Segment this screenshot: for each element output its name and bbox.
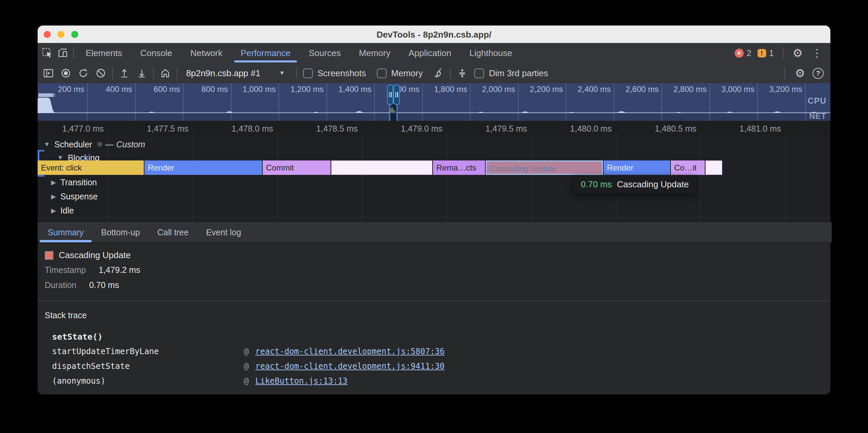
tab-performance[interactable]: Performance	[231, 43, 300, 63]
minimap-tick-label: 3,200 ms	[755, 85, 803, 94]
home-icon[interactable]	[157, 63, 174, 83]
viewport-right-edge[interactable]	[396, 103, 398, 121]
target-selector[interactable]: 8p2n9n.csb.app #1	[186, 68, 260, 78]
tab-sources[interactable]: Sources	[300, 43, 350, 63]
toggle-device-toolbar-icon[interactable]	[55, 43, 70, 63]
download-profile-icon[interactable]	[133, 63, 151, 83]
flame-event-bar[interactable]: Render	[603, 161, 670, 175]
flamechart-gridline	[362, 136, 363, 222]
minimap-tick-label: 400 ms	[85, 85, 132, 94]
flamechart-gridline	[785, 136, 786, 222]
ruler-tick-label: 1,480.0 ms	[538, 124, 612, 134]
track-dash: —	[105, 140, 114, 149]
triangle-right-icon[interactable]: ▶	[51, 207, 56, 214]
divider	[73, 47, 74, 59]
summary-row-value: 0.70 ms	[89, 280, 119, 290]
at-symbol: @	[244, 362, 249, 371]
tooltip-label: Cascading Update	[617, 179, 689, 190]
timeline-overview-minimap[interactable]: 200 ms400 ms600 ms800 ms1,000 ms1,200 ms…	[38, 83, 830, 121]
tab-console[interactable]: Console	[131, 43, 181, 63]
capture-settings-gear-icon[interactable]: ⚙	[795, 66, 805, 80]
triangle-down-icon[interactable]: ▼	[44, 141, 50, 148]
details-tab-bottom-up[interactable]: Bottom-up	[92, 222, 149, 242]
details-tab-call-tree[interactable]: Call tree	[149, 222, 197, 242]
minimap-tick-label: 2,200 ms	[516, 85, 563, 94]
checkbox-label: Screenshots	[317, 68, 366, 78]
flamechart-time-ruler: 1,477.0 ms1,477.5 ms1,478.0 ms1,478.5 ms…	[38, 121, 830, 136]
record-and-reload-icon[interactable]	[74, 63, 92, 83]
divider	[112, 67, 113, 79]
more-options-kebab-icon[interactable]: ⋮	[812, 47, 822, 59]
upload-profile-icon[interactable]	[116, 63, 133, 83]
help-icon[interactable]: ?	[813, 68, 824, 79]
track-group-transition[interactable]: ▶Transition	[38, 175, 97, 189]
flame-event-bar[interactable]: Render	[145, 161, 262, 175]
flame-event-bar[interactable]: Cascading Update	[486, 161, 603, 175]
chevron-down-icon[interactable]: ▼	[279, 70, 285, 76]
flamechart-gridline	[446, 136, 447, 222]
track-group-label: Suspense	[60, 192, 98, 201]
clear-icon[interactable]	[92, 63, 110, 83]
ruler-tick-label: 1,477.5 ms	[115, 124, 188, 134]
flame-event-bar[interactable]: Event: click	[38, 161, 144, 175]
details-tab-summary[interactable]: Summary	[39, 222, 92, 242]
tooltip-duration: 0.70 ms	[581, 179, 612, 190]
checkbox-memory[interactable]	[377, 68, 386, 78]
triangle-right-icon[interactable]: ▶	[51, 178, 56, 186]
flame-event-bar[interactable]	[705, 161, 722, 175]
track-group-suspense[interactable]: ▶Suspense	[38, 189, 98, 203]
triangle-right-icon[interactable]: ▶	[51, 193, 56, 200]
minimap-tick-label: 200 ms	[38, 85, 84, 94]
errors-badge-icon[interactable]: ×	[735, 49, 744, 58]
stack-frame-source-link[interactable]: react-dom-client.development.js:5807:36	[255, 347, 445, 356]
settings-gear-icon[interactable]: ⚙	[793, 46, 803, 60]
minimap-tick-label: 1,400 ms	[324, 85, 372, 94]
details-tab-event-log[interactable]: Event log	[197, 222, 250, 242]
track-group-idle[interactable]: ▶Idle	[38, 203, 74, 218]
flame-event-bar[interactable]	[331, 161, 432, 175]
ruler-gridline	[108, 133, 108, 136]
tab-memory[interactable]: Memory	[350, 43, 399, 63]
checkbox-label: Dim 3rd parties	[489, 68, 548, 78]
tab-elements[interactable]: Elements	[76, 43, 131, 63]
stack-frame-source-link[interactable]: react-dom-client.development.js:9411:30	[255, 362, 445, 371]
minimap-tick-label: 3,4	[803, 85, 830, 94]
flame-event-bar[interactable]: Commit	[263, 161, 331, 175]
checkbox-screenshots[interactable]	[303, 68, 313, 78]
record-icon[interactable]	[57, 63, 74, 83]
tab-network[interactable]: Network	[181, 43, 231, 63]
ruler-tick-label: 1,481.0 ms	[707, 124, 781, 134]
flamechart-gridline	[531, 136, 532, 222]
collapse-tracks-icon[interactable]	[454, 63, 471, 83]
at-symbol: @	[244, 347, 249, 356]
stack-frame-source-link[interactable]: LikeButton.js:13:13	[255, 376, 348, 386]
issue-count[interactable]: 1	[769, 48, 774, 58]
performance-toolbar: 8p2n9n.csb.app #1 ▼ ScreenshotsMemory Di…	[38, 63, 830, 84]
error-count[interactable]: 2	[747, 48, 751, 58]
flame-event-bar[interactable]: Co…it	[671, 161, 705, 175]
track-custom-label: Custom	[116, 140, 145, 149]
divider	[177, 67, 177, 79]
tab-lighthouse[interactable]: Lighthouse	[461, 43, 521, 63]
ruler-gridline	[616, 133, 616, 136]
summary-row-label: Timestamp	[45, 265, 86, 274]
scrubber-right-handle[interactable]	[393, 85, 400, 105]
tab-application[interactable]: Application	[399, 43, 460, 63]
toggle-sidebar-icon[interactable]	[40, 63, 57, 83]
ruler-gridline	[446, 133, 447, 136]
collect-garbage-icon[interactable]	[430, 63, 447, 83]
flame-event-bar[interactable]: Rema…cts	[433, 161, 485, 175]
checkbox-label: Memory	[391, 68, 423, 78]
minimap-tick-label: 2,400 ms	[564, 85, 611, 94]
scrubber-left-handle[interactable]	[387, 85, 393, 105]
title-bar: DevTools - 8p2n9n.csb.app/	[38, 26, 830, 43]
minimap-tick-label: 1,200 ms	[277, 85, 324, 94]
issues-badge-icon[interactable]: !	[757, 49, 766, 57]
viewport-left-edge[interactable]	[389, 103, 390, 121]
inspect-element-icon[interactable]	[40, 43, 55, 63]
flamechart-gridline	[277, 136, 278, 222]
track-scheduler[interactable]: ▼ Scheduler ⚛ — Custom	[38, 137, 145, 152]
checkbox-dim-3rd-parties[interactable]	[474, 68, 484, 78]
summary-title: Cascading Update	[59, 250, 131, 261]
stack-frame: dispatchSetState@react-dom-client.develo…	[38, 359, 830, 374]
